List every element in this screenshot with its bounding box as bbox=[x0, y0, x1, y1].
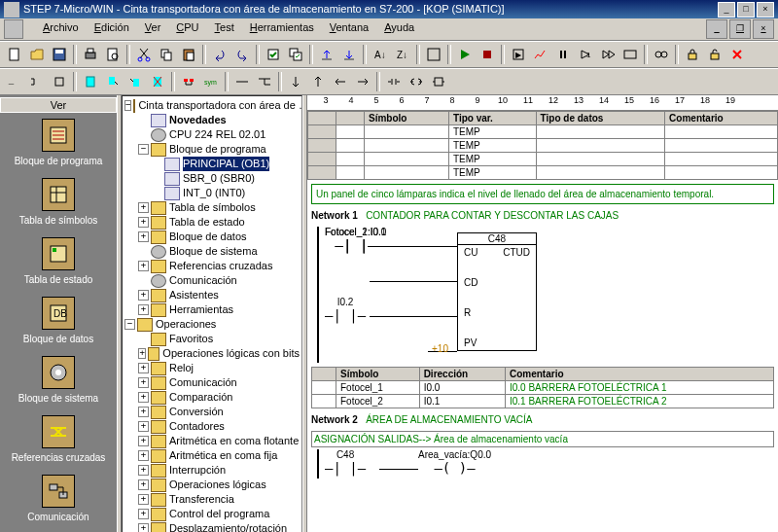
insert-contact-button[interactable] bbox=[383, 71, 405, 92]
project-tree[interactable]: −Cinta transportadora con área de … Nove… bbox=[122, 95, 302, 532]
tree-expand-icon[interactable]: + bbox=[138, 450, 149, 461]
tree-tabla-simbolos[interactable]: Tabla de símbolos bbox=[169, 200, 256, 215]
sort-desc-button[interactable]: Z↓ bbox=[392, 44, 413, 65]
tree-operaciones[interactable]: Operaciones bbox=[156, 317, 216, 332]
tree-novedades[interactable]: Novedades bbox=[169, 113, 227, 127]
tree-interrupcion[interactable]: Interrupción bbox=[169, 463, 226, 478]
status-button[interactable]: ▶ bbox=[508, 44, 529, 65]
multi-scan-button[interactable] bbox=[597, 44, 619, 65]
network-2-title[interactable]: Network 2 ÁREA DE ALMACENAMIENTO VACÍA bbox=[311, 414, 774, 425]
new-button[interactable] bbox=[4, 44, 25, 65]
close-button[interactable]: × bbox=[757, 2, 774, 18]
menu-ventana[interactable]: Ventana bbox=[328, 19, 371, 39]
table-row[interactable]: Fotocel_1I0.0I0.0 BARRERA FOTOELÉCTRICA … bbox=[312, 381, 774, 395]
tree-favoritos[interactable]: Favoritos bbox=[169, 332, 213, 346]
insert-coil-button[interactable] bbox=[406, 71, 427, 92]
symbol-button[interactable]: sym bbox=[200, 71, 222, 92]
counter-box[interactable]: C48 CUCTUD CD R PV bbox=[457, 232, 537, 351]
tree-expand-icon[interactable]: + bbox=[138, 392, 149, 403]
child-minimize-button[interactable]: _ bbox=[706, 19, 727, 39]
minimize-button[interactable]: _ bbox=[718, 2, 735, 18]
tree-tabla-estado[interactable]: Tabla de estado bbox=[169, 215, 245, 230]
line-left-button[interactable] bbox=[330, 71, 351, 92]
chart-button[interactable] bbox=[530, 44, 551, 65]
network-1-title[interactable]: Network 1 CONTADOR PARA CONTAR Y DESCONT… bbox=[311, 210, 774, 221]
contact-c48[interactable]: C48—| |— bbox=[325, 449, 366, 476]
tree-arit-fija[interactable]: Aritmética en coma fija bbox=[169, 448, 277, 463]
nav-ajustar-interface[interactable]: Ajustar interface PG/PC bbox=[0, 528, 117, 532]
menu-archivo[interactable]: Archivo bbox=[41, 19, 81, 39]
redo-button[interactable] bbox=[231, 44, 253, 65]
stop-button[interactable] bbox=[477, 44, 498, 65]
tree-herramientas[interactable]: Herramientas bbox=[169, 302, 233, 317]
clear-bookmarks-button[interactable] bbox=[147, 71, 168, 92]
unlock-button[interactable] bbox=[704, 44, 725, 65]
add-line-button[interactable] bbox=[231, 71, 253, 92]
variable-table[interactable]: SímboloTipo var.Tipo de datosComentario … bbox=[307, 111, 778, 180]
save-button[interactable] bbox=[49, 44, 70, 65]
tree-referencias[interactable]: Referencias cruzadas bbox=[169, 259, 272, 273]
tree-desplazamiento[interactable]: Desplazamiento/rotación bbox=[169, 521, 287, 532]
editor-scroll[interactable]: Un panel de cinco lámparas indica el niv… bbox=[307, 180, 778, 532]
tree-expand-icon[interactable]: + bbox=[138, 436, 149, 446]
contact-i02[interactable]: I0.2—| |— bbox=[325, 297, 366, 323]
tree-collapse-icon[interactable]: − bbox=[124, 319, 135, 330]
sort-asc-button[interactable]: A↓ bbox=[370, 44, 391, 65]
tree-asistentes[interactable]: Asistentes bbox=[169, 288, 219, 302]
tree-expand-icon[interactable]: + bbox=[138, 290, 149, 301]
delete-button[interactable] bbox=[726, 44, 748, 65]
tree-expand-icon[interactable]: + bbox=[138, 261, 149, 271]
compile-all-button[interactable] bbox=[285, 44, 306, 65]
print-button[interactable] bbox=[80, 44, 101, 65]
ladder-network-1[interactable]: Fotocel_1:I0.0—| |— Fotocel_2:I0.1—| |— … bbox=[311, 227, 774, 363]
single-scan-button[interactable]: 1 bbox=[575, 44, 596, 65]
run-button[interactable] bbox=[454, 44, 476, 65]
tree-control-programa[interactable]: Control del programa bbox=[169, 507, 269, 521]
cut-button[interactable] bbox=[133, 44, 155, 65]
compile-button[interactable] bbox=[263, 44, 284, 65]
view-stl-button[interactable]: ㅡ bbox=[4, 71, 25, 92]
view-fbd-button[interactable] bbox=[49, 71, 70, 92]
tree-cpu[interactable]: CPU 224 REL 02.01 bbox=[169, 127, 265, 142]
ladder-network-2[interactable]: C48—| |— Area_vacía:Q0.0—( )— bbox=[311, 449, 774, 479]
block-comment[interactable]: Un panel de cinco lámparas indica el niv… bbox=[311, 184, 774, 204]
var-cell-temp[interactable]: TEMP bbox=[448, 125, 536, 139]
menu-cpu[interactable]: CPU bbox=[174, 19, 200, 39]
tree-reloj[interactable]: Reloj bbox=[169, 361, 194, 375]
child-close-button[interactable]: × bbox=[753, 19, 774, 39]
network-button[interactable] bbox=[178, 71, 199, 92]
tree-arit-flotante[interactable]: Aritmética en coma flotante bbox=[169, 434, 299, 448]
tree-op-bits[interactable]: Operaciones lógicas con bits bbox=[162, 346, 300, 361]
prev-bookmark-button[interactable] bbox=[124, 71, 146, 92]
copy-button[interactable] bbox=[156, 44, 177, 65]
tree-contadores[interactable]: Contadores bbox=[169, 419, 225, 434]
options-button[interactable] bbox=[423, 44, 444, 65]
tree-bloque-sistema[interactable]: Bloque de sistema bbox=[169, 244, 258, 259]
nav-comunicacion[interactable]: Comunicación bbox=[0, 469, 117, 528]
tree-expand-icon[interactable]: + bbox=[138, 494, 149, 505]
child-restore-button[interactable]: ❐ bbox=[729, 19, 751, 39]
line-down-button[interactable] bbox=[285, 71, 306, 92]
tree-expand-icon[interactable]: + bbox=[138, 231, 149, 242]
tree-expand-icon[interactable]: + bbox=[138, 523, 149, 532]
download-button[interactable] bbox=[338, 44, 360, 65]
contact-fotocel2[interactable]: Fotocel_2:I0.1—| |— bbox=[325, 227, 386, 253]
nav-tabla-simbolos[interactable]: Tabla de símbolos bbox=[0, 172, 117, 231]
glasses-button[interactable] bbox=[651, 44, 672, 65]
tree-expand-icon[interactable]: + bbox=[138, 304, 149, 315]
tree-bloque-datos[interactable]: Bloque de datos bbox=[169, 230, 247, 244]
print-preview-button[interactable] bbox=[102, 44, 124, 65]
status-chart-button[interactable] bbox=[619, 44, 641, 65]
tree-op-logicas[interactable]: Operaciones lógicas bbox=[169, 478, 266, 492]
nav-bloque-programa[interactable]: Bloque de programa bbox=[0, 113, 117, 172]
add-branch-button[interactable] bbox=[254, 71, 275, 92]
tree-expand-icon[interactable]: + bbox=[138, 202, 149, 213]
nav-tabla-estado[interactable]: Tabla de estado bbox=[0, 231, 117, 291]
nav-bloque-datos[interactable]: DBBloque de datos bbox=[0, 291, 117, 350]
table-row[interactable]: Fotocel_2I0.1I0.1 BARRERA FOTOELÉCTRICA … bbox=[312, 395, 774, 408]
insert-box-button[interactable] bbox=[428, 71, 449, 92]
tree-expand-icon[interactable]: + bbox=[138, 509, 149, 519]
pause-status-button[interactable] bbox=[552, 44, 574, 65]
line-up-button[interactable] bbox=[307, 71, 329, 92]
tree-expand-icon[interactable]: + bbox=[138, 217, 149, 228]
